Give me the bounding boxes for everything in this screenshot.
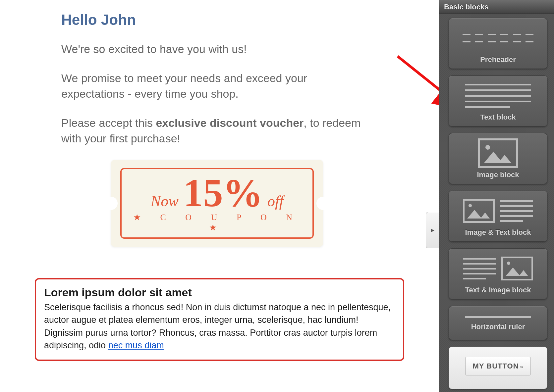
coupon-label: C O U P O N bbox=[160, 213, 301, 222]
para3-pre: Please accept this bbox=[61, 117, 156, 129]
block-horizontal-ruler[interactable]: Horizontal ruler bbox=[449, 306, 547, 340]
block-label: Preheader bbox=[454, 55, 542, 64]
selected-text-block[interactable]: Lorem ipsum dolor sit amet Scelerisque f… bbox=[35, 278, 404, 361]
chevron-right-icon: ▸ bbox=[431, 226, 434, 234]
block-image-text[interactable]: Image & Text block bbox=[449, 191, 547, 242]
block-label: Image block bbox=[454, 171, 542, 179]
chevron-double-right-icon: » bbox=[520, 364, 524, 369]
coupon-image-block[interactable]: Now 15% off ★ C O U P O N ★ bbox=[111, 160, 323, 247]
block-preheader[interactable]: Preheader bbox=[449, 18, 547, 69]
block-label: Horizontal ruler bbox=[454, 322, 542, 331]
email-canvas[interactable]: Hello John We're so excited to have you … bbox=[0, 0, 439, 392]
text-block-link[interactable]: nec mus diam bbox=[108, 340, 164, 350]
coupon-off: off bbox=[267, 192, 284, 210]
button-sample-label: MY BUTTON bbox=[473, 362, 519, 370]
intro-paragraph-3: Please accept this exclusive discount vo… bbox=[61, 115, 366, 147]
block-label: Text & Image block bbox=[454, 286, 542, 294]
block-image[interactable]: Image block bbox=[449, 133, 547, 184]
block-label: Image & Text block bbox=[454, 228, 542, 237]
block-label: Text block bbox=[454, 113, 542, 122]
preheader-icon bbox=[454, 24, 542, 52]
image-icon bbox=[454, 139, 542, 167]
text-lines-icon bbox=[454, 82, 542, 110]
horizontal-ruler-icon bbox=[454, 316, 542, 318]
sidebar-scroll[interactable]: Preheader Text block Image block bbox=[439, 14, 554, 392]
block-button[interactable]: MY BUTTON» bbox=[449, 347, 547, 389]
star-icon: ★ bbox=[209, 222, 225, 233]
star-icon: ★ bbox=[133, 212, 149, 222]
intro-paragraph-1: We're so excited to have you with us! bbox=[61, 41, 366, 57]
coupon-now: Now bbox=[151, 192, 179, 210]
blocks-sidebar: Basic blocks Preheader Text block bbox=[439, 0, 554, 392]
sidebar-collapse-handle[interactable]: ▸ bbox=[426, 212, 439, 248]
coupon-percent: 15% bbox=[183, 175, 263, 211]
text-block-title: Lorem ipsum dolor sit amet bbox=[44, 286, 395, 299]
button-icon: MY BUTTON» bbox=[454, 357, 542, 375]
intro-paragraph-2: We promise to meet your needs and exceed… bbox=[61, 71, 366, 102]
greeting-heading: Hello John bbox=[61, 12, 439, 28]
block-text[interactable]: Text block bbox=[449, 75, 547, 126]
sidebar-header: Basic blocks bbox=[439, 0, 554, 14]
text-image-icon bbox=[454, 255, 542, 282]
text-block-body: Scelerisque facilisis a rhoncus sed! Non… bbox=[44, 301, 395, 352]
image-text-icon bbox=[454, 197, 542, 225]
para3-bold: exclusive discount voucher bbox=[156, 117, 304, 129]
block-text-image[interactable]: Text & Image block bbox=[449, 248, 547, 299]
text-block-body-text: Scelerisque facilisis a rhoncus sed! Non… bbox=[44, 302, 391, 350]
